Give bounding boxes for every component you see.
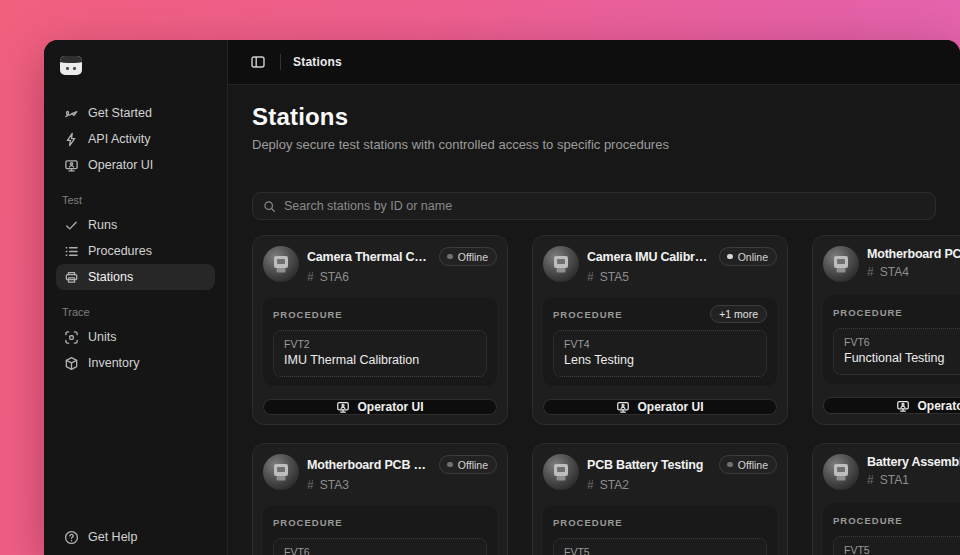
sidebar-item-stations[interactable]: Stations bbox=[56, 264, 215, 290]
hash-icon: # bbox=[867, 265, 874, 279]
sidebar-footer: Get Help Invite Members bbox=[56, 524, 216, 555]
bolt-icon bbox=[64, 132, 79, 147]
sidebar-item-procedures[interactable]: Procedures bbox=[56, 238, 215, 264]
topbar-divider bbox=[280, 54, 281, 70]
breadcrumb: Stations bbox=[293, 55, 342, 69]
search-bar[interactable] bbox=[252, 192, 936, 220]
procedure-item: FVT4 Lens Testing bbox=[553, 330, 767, 377]
status-dot bbox=[447, 254, 453, 260]
station-id: # STA1 bbox=[867, 473, 960, 487]
procedure-panel: PROCEDURE FVT5 bbox=[823, 503, 960, 555]
status-label: Offline bbox=[738, 459, 768, 471]
status-badge: Offline bbox=[439, 455, 497, 474]
status-dot bbox=[727, 254, 733, 260]
sidebar-item-api-activity[interactable]: API Activity bbox=[56, 126, 215, 152]
app-logo[interactable] bbox=[60, 56, 82, 76]
procedure-item: FVT6 Functional Testing bbox=[833, 328, 960, 375]
sidebar: Get Started API Activity Operator UI Tes… bbox=[44, 40, 228, 555]
sidebar-item-label: Runs bbox=[88, 218, 117, 232]
hash-icon: # bbox=[587, 478, 594, 492]
procedure-label: PROCEDURE bbox=[273, 309, 343, 320]
status-badge: Offline bbox=[439, 247, 497, 266]
sidebar-item-get-started[interactable]: Get Started bbox=[56, 100, 215, 126]
sidebar-item-label: Inventory bbox=[88, 356, 139, 370]
procedure-label: PROCEDURE bbox=[273, 517, 343, 528]
station-avatar bbox=[263, 454, 299, 490]
procedure-item: FVT2 IMU Thermal Calibration bbox=[273, 330, 487, 377]
more-procedures-badge[interactable]: +1 more bbox=[710, 305, 767, 323]
page-subtitle: Deploy secure test stations with control… bbox=[252, 137, 936, 152]
panel-toggle-icon bbox=[250, 54, 266, 70]
monitor-icon bbox=[896, 399, 910, 413]
search-input[interactable] bbox=[284, 199, 925, 213]
station-id-value: STA4 bbox=[880, 265, 909, 279]
sidebar-item-runs[interactable]: Runs bbox=[56, 212, 215, 238]
procedure-item: FVT5 bbox=[833, 536, 960, 555]
station-title: PCB Battery Testing bbox=[587, 458, 711, 472]
status-label: Online bbox=[738, 251, 768, 263]
station-card-sta6: Camera Thermal Calibration Offline # STA… bbox=[252, 235, 508, 425]
sidebar-item-inventory[interactable]: Inventory bbox=[56, 350, 215, 376]
procedure-label: PROCEDURE bbox=[553, 517, 623, 528]
list-icon bbox=[64, 244, 79, 259]
station-id-value: STA5 bbox=[600, 270, 629, 284]
station-id: # STA6 bbox=[307, 270, 497, 284]
status-dot bbox=[727, 462, 733, 468]
procedure-code: FVT2 bbox=[284, 338, 476, 350]
sidebar-item-units[interactable]: Units bbox=[56, 324, 215, 350]
check-icon bbox=[64, 218, 79, 233]
procedure-name: IMU Thermal Calibration bbox=[284, 353, 476, 368]
robot-logo-icon bbox=[60, 56, 82, 75]
app-window: Get Started API Activity Operator UI Tes… bbox=[44, 40, 960, 555]
page-title: Stations bbox=[252, 103, 936, 131]
monitor-icon bbox=[336, 400, 350, 414]
station-id: # STA2 bbox=[587, 478, 777, 492]
procedure-panel: PROCEDURE +1 more FVT4 Lens Testing bbox=[543, 297, 777, 386]
procedure-panel: PROCEDURE FVT2 IMU Thermal Calibration bbox=[263, 297, 497, 386]
sidebar-item-invite-members[interactable]: Invite Members bbox=[56, 550, 216, 555]
monitor-icon bbox=[64, 158, 79, 173]
station-id: # STA4 bbox=[867, 265, 960, 279]
topbar: Stations bbox=[228, 40, 960, 85]
page-content: Stations Deploy secure test stations wit… bbox=[228, 85, 960, 555]
procedure-item: FVT6 bbox=[273, 538, 487, 555]
operator-ui-button[interactable]: Operator UI bbox=[823, 397, 960, 414]
status-label: Offline bbox=[458, 459, 488, 471]
sidebar-item-operator-ui[interactable]: Operator UI bbox=[56, 152, 215, 178]
scan-icon bbox=[64, 330, 79, 345]
procedure-code: FVT6 bbox=[844, 336, 960, 348]
station-card-sta3: Motherboard PCB Testing Offline # STA3 bbox=[252, 443, 508, 555]
sidebar-section-trace: Trace bbox=[62, 306, 209, 318]
status-badge: Offline bbox=[719, 455, 777, 474]
station-title: Camera Thermal Calibration bbox=[307, 250, 431, 264]
station-title: Motherboard PCB Testing bbox=[867, 247, 960, 261]
procedure-code: FVT6 bbox=[284, 546, 476, 555]
procedure-item: FVT5 bbox=[553, 538, 767, 555]
operator-ui-button[interactable]: Operator UI bbox=[263, 399, 497, 415]
station-id-value: STA3 bbox=[320, 478, 349, 492]
station-id-value: STA2 bbox=[600, 478, 629, 492]
station-id-value: STA1 bbox=[880, 473, 909, 487]
sidebar-section-test: Test bbox=[62, 194, 209, 206]
hash-icon: # bbox=[587, 270, 594, 284]
station-avatar bbox=[263, 246, 299, 282]
procedure-label: PROCEDURE bbox=[833, 515, 903, 526]
station-card-sta5: Camera IMU Calibration Online # STA5 bbox=[532, 235, 788, 425]
sidebar-toggle-button[interactable] bbox=[248, 52, 268, 72]
station-avatar bbox=[543, 454, 579, 490]
procedure-code: FVT5 bbox=[564, 546, 756, 555]
station-id-value: STA6 bbox=[320, 270, 349, 284]
sidebar-item-label: Operator UI bbox=[88, 158, 153, 172]
operator-ui-label: Operator UI bbox=[357, 400, 423, 414]
station-avatar bbox=[823, 454, 859, 490]
hash-icon: # bbox=[867, 473, 874, 487]
operator-ui-label: Operator UI bbox=[637, 400, 703, 414]
operator-ui-button[interactable]: Operator UI bbox=[543, 399, 777, 415]
station-photo bbox=[543, 246, 579, 282]
station-photo bbox=[823, 246, 859, 282]
station-title: Motherboard PCB Testing bbox=[307, 458, 431, 472]
operator-ui-label: Operator UI bbox=[917, 399, 960, 413]
station-card-sta2: PCB Battery Testing Offline # STA2 bbox=[532, 443, 788, 555]
sidebar-item-get-help[interactable]: Get Help bbox=[56, 524, 216, 550]
procedure-code: FVT4 bbox=[564, 338, 756, 350]
